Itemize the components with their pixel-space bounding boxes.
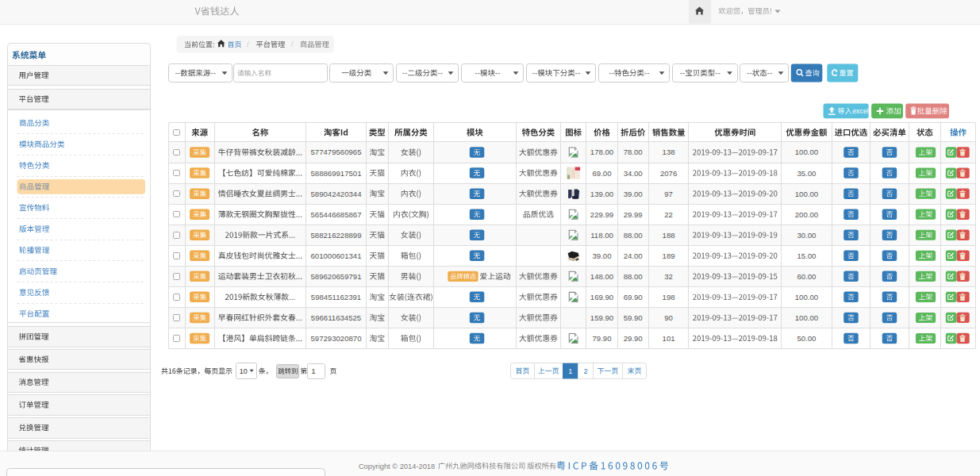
svg-text:39.00: 39.00 <box>624 190 643 198</box>
svg-text:100.00: 100.00 <box>795 148 818 156</box>
svg-text:601000601341: 601000601341 <box>310 251 361 260</box>
svg-text:188: 188 <box>663 231 675 240</box>
svg-text:189: 189 <box>663 251 675 260</box>
svg-text:79.90: 79.90 <box>592 334 611 343</box>
svg-text:90: 90 <box>664 313 673 322</box>
svg-text:589042420344: 589042420344 <box>310 190 362 198</box>
svg-text:565446685867: 565446685867 <box>310 210 361 219</box>
svg-text:169.90: 169.90 <box>590 293 613 301</box>
svg-text:2: 2 <box>583 367 587 375</box>
svg-text:34.00: 34.00 <box>624 169 643 178</box>
svg-text:69.00: 69.00 <box>592 169 611 178</box>
svg-text:29.90: 29.90 <box>624 334 643 343</box>
svg-text:100.00: 100.00 <box>795 293 818 301</box>
svg-text:100.00: 100.00 <box>795 313 818 322</box>
svg-text:588869917501: 588869917501 <box>310 169 361 178</box>
svg-text:1: 1 <box>568 367 572 375</box>
svg-text:39.00: 39.00 <box>592 251 611 260</box>
svg-text:30.00: 30.00 <box>797 231 816 240</box>
svg-text:50.00: 50.00 <box>797 334 816 343</box>
svg-text:596611634525: 596611634525 <box>311 313 361 322</box>
svg-text:589620659791: 589620659791 <box>310 272 361 281</box>
svg-text:139.00: 139.00 <box>590 190 613 198</box>
svg-text:69.90: 69.90 <box>624 293 643 301</box>
svg-text:88.00: 88.00 <box>624 231 643 240</box>
svg-text:577479560965: 577479560965 <box>310 148 361 156</box>
svg-text:198: 198 <box>663 293 675 301</box>
svg-text:/: / <box>291 40 294 48</box>
svg-text:138: 138 <box>663 148 675 156</box>
svg-text:59.90: 59.90 <box>624 313 643 322</box>
svg-text:178.00: 178.00 <box>590 148 613 156</box>
svg-text:100.00: 100.00 <box>795 190 818 198</box>
svg-text:15.00: 15.00 <box>797 251 816 260</box>
svg-text:101: 101 <box>663 334 675 343</box>
svg-text:597293020870: 597293020870 <box>310 334 361 343</box>
svg-text:2076: 2076 <box>660 169 677 178</box>
svg-text:588216228899: 588216228899 <box>310 231 361 240</box>
svg-text:97: 97 <box>664 190 673 198</box>
svg-text:148.00: 148.00 <box>590 272 613 281</box>
svg-text:598451162391: 598451162391 <box>311 293 361 301</box>
svg-text:159.90: 159.90 <box>590 313 613 322</box>
svg-text:78.00: 78.00 <box>624 148 643 156</box>
svg-text:200.00: 200.00 <box>795 210 818 219</box>
svg-text:22: 22 <box>664 210 673 219</box>
svg-text:/: / <box>247 40 249 48</box>
svg-text:229.99: 229.99 <box>590 210 613 219</box>
svg-text:32: 32 <box>664 272 673 281</box>
svg-text:excel: excel <box>852 107 869 115</box>
svg-text:24.00: 24.00 <box>624 251 643 260</box>
svg-text:10: 10 <box>240 367 248 375</box>
svg-text:29.99: 29.99 <box>624 210 643 219</box>
svg-text:Copyright © 2014-2018: Copyright © 2014-2018 <box>359 463 435 470</box>
svg-text:35.00: 35.00 <box>797 169 816 178</box>
svg-text:60.00: 60.00 <box>797 272 816 281</box>
svg-text:88.00: 88.00 <box>624 272 643 281</box>
svg-text:118.00: 118.00 <box>590 231 613 240</box>
svg-text:1: 1 <box>312 367 316 375</box>
